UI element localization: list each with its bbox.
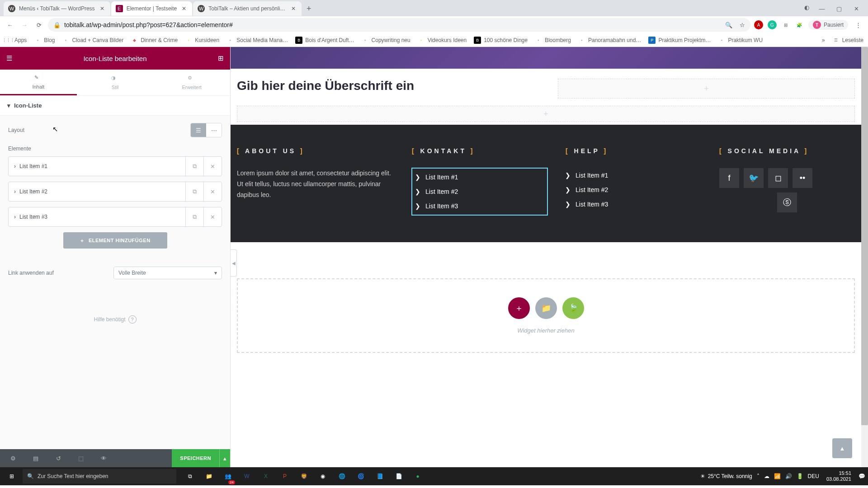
icon-list-item[interactable]: ❯List Item #2: [566, 183, 701, 197]
bookmark-item[interactable]: ▫Videokurs Ideen: [418, 37, 467, 44]
bookmarks-overflow[interactable]: »: [822, 37, 825, 43]
language-indicator[interactable]: DEU: [808, 473, 819, 479]
footer-about-text[interactable]: Lorem ipsum dolor sit amet, consectetur …: [237, 168, 394, 200]
spotify-icon[interactable]: ●: [409, 467, 427, 485]
duplicate-item-button[interactable]: ⧉: [185, 156, 203, 176]
reload-button[interactable]: ⟳: [33, 19, 44, 30]
add-section-button[interactable]: ＋: [508, 297, 530, 319]
url-field[interactable]: 🔒 tobitalk.at/wp-admin/post.php?post=627…: [48, 18, 750, 32]
list-item-header[interactable]: › List Item #1: [9, 163, 185, 169]
battery-icon[interactable]: 🔋: [797, 473, 803, 479]
close-icon[interactable]: ✕: [180, 5, 188, 12]
app-icon[interactable]: 📘: [371, 467, 389, 485]
link-apply-select[interactable]: Volle Breite ▾: [113, 267, 222, 279]
teams-icon[interactable]: 👥24: [219, 467, 237, 485]
add-widget-placeholder[interactable]: +: [558, 79, 855, 99]
widgets-grid-icon[interactable]: ⊞: [218, 54, 224, 62]
browser-tab[interactable]: W Menüs ‹ TobiTalk — WordPress ✕: [4, 1, 110, 16]
obs-icon[interactable]: ◉: [314, 467, 332, 485]
responsive-button[interactable]: ⬚: [70, 449, 92, 467]
bookmark-item[interactable]: ▫Copywriting neu: [362, 37, 410, 44]
tray-chevron-icon[interactable]: ˄: [757, 473, 760, 479]
file-explorer-icon[interactable]: 📁: [200, 467, 218, 485]
add-widget-placeholder[interactable]: +: [237, 106, 855, 122]
close-window-button[interactable]: ✕: [852, 4, 861, 13]
list-item-header[interactable]: › List Item #3: [9, 214, 185, 220]
bookmark-item[interactable]: ◆Dinner & Crime: [131, 37, 178, 44]
envato-templates-button[interactable]: 🍃: [562, 297, 584, 319]
heading-widget[interactable]: Gib hier deine Überschrift ein: [237, 79, 549, 93]
footer-heading[interactable]: [ HELP ]: [566, 147, 701, 155]
tab-advanced[interactable]: ⚙ Erweitert: [153, 70, 230, 95]
icon-list-item[interactable]: ❯List Item #3: [415, 199, 544, 213]
bookmark-item[interactable]: ▫Panoramabahn und…: [578, 37, 641, 44]
bookmark-item[interactable]: ▫Bloomberg: [535, 37, 571, 44]
minimize-button[interactable]: —: [817, 4, 826, 13]
add-template-button[interactable]: 📁: [535, 297, 557, 319]
menu-button[interactable]: ⋮: [853, 19, 863, 30]
tab-content[interactable]: ✎ Inhalt: [0, 70, 77, 95]
reading-list-button[interactable]: ☰Leseliste: [832, 37, 863, 44]
word-icon[interactable]: W: [238, 467, 256, 485]
bookmark-item[interactable]: B100 schöne Dinge: [474, 37, 528, 44]
new-tab-button[interactable]: +: [302, 2, 315, 15]
remove-item-button[interactable]: ✕: [203, 182, 222, 202]
section-icon-list[interactable]: ▾ Icon-Liste: [0, 96, 230, 116]
wifi-icon[interactable]: 📶: [774, 473, 781, 479]
close-icon[interactable]: ✕: [290, 5, 297, 12]
bookmark-item[interactable]: PPraktikum Projektm…: [648, 37, 711, 44]
remove-item-button[interactable]: ✕: [203, 156, 222, 176]
duplicate-item-button[interactable]: ⧉: [185, 207, 203, 227]
powerpoint-icon[interactable]: P: [276, 467, 294, 485]
maximize-button[interactable]: ▢: [835, 4, 844, 13]
bookmark-item[interactable]: ▫Social Media Mana…: [226, 37, 288, 44]
brave-icon[interactable]: 🦁: [295, 467, 313, 485]
remove-item-button[interactable]: ✕: [203, 207, 222, 227]
tab-style[interactable]: ◑ Stil: [77, 70, 154, 95]
bookmark-item[interactable]: ▫Blog: [34, 37, 55, 44]
onedrive-icon[interactable]: ☁: [764, 473, 769, 479]
browser-tab[interactable]: E Elementor | Testseite ✕: [111, 1, 193, 16]
adblock-icon[interactable]: A: [754, 20, 763, 29]
navigator-button[interactable]: ▤: [24, 449, 47, 467]
edge-icon[interactable]: 🌀: [352, 467, 370, 485]
preview-button[interactable]: 👁: [92, 449, 115, 467]
volume-icon[interactable]: 🔊: [785, 473, 792, 479]
add-item-button[interactable]: ＋ ELEMENT HINZUFÜGEN: [63, 232, 167, 249]
icon-list-item[interactable]: ❯List Item #2: [415, 184, 544, 199]
icon-list-item[interactable]: ❯List Item #1: [566, 168, 701, 183]
duplicate-item-button[interactable]: ⧉: [185, 182, 203, 202]
start-button[interactable]: ⊞: [3, 467, 21, 485]
close-icon[interactable]: ✕: [99, 5, 106, 12]
settings-button[interactable]: ⚙: [2, 449, 24, 467]
bookmark-item[interactable]: ▫Kursideen: [185, 37, 219, 44]
icon-list-item[interactable]: ❯List Item #1: [415, 170, 544, 184]
scroll-to-top-button[interactable]: ▲: [832, 438, 852, 458]
save-options-button[interactable]: ▴: [219, 449, 230, 467]
extensions-icon[interactable]: 🧩: [795, 20, 804, 29]
profile-paused[interactable]: T Pausiert: [808, 20, 848, 30]
layout-horizontal-button[interactable]: ⋯: [206, 123, 222, 137]
bookmark-apps[interactable]: ⋮⋮⋮Apps: [5, 37, 27, 44]
layout-vertical-button[interactable]: ☰: [191, 123, 206, 137]
forward-button[interactable]: →: [19, 19, 30, 30]
drop-zone[interactable]: ＋ 📁 🍃 Widget hierher ziehen: [237, 278, 855, 353]
grammarly-icon[interactable]: G: [768, 20, 777, 29]
notepad-icon[interactable]: 📄: [390, 467, 408, 485]
facebook-icon[interactable]: f: [719, 168, 739, 188]
icon-list-item[interactable]: ❯List Item #3: [566, 197, 701, 211]
zoom-icon[interactable]: 🔍: [725, 22, 732, 28]
bookmark-star-icon[interactable]: ☆: [740, 22, 745, 28]
list-item-header[interactable]: › List Item #2: [9, 188, 185, 195]
task-view-button[interactable]: ⧉: [181, 467, 199, 485]
footer-heading[interactable]: [ ABOUT US ]: [237, 147, 394, 155]
flickr-icon[interactable]: ••: [793, 168, 812, 188]
chrome-icon[interactable]: 🌐: [333, 467, 351, 485]
footer-heading[interactable]: [ SOCIAL MEDIA ]: [719, 147, 855, 155]
bookmark-item[interactable]: ▫Praktikum WU: [718, 37, 763, 44]
500px-icon[interactable]: ⓢ: [777, 192, 797, 212]
hero-section[interactable]: [231, 47, 861, 69]
clock[interactable]: 15:51 03.08.2021: [824, 470, 854, 482]
weather-widget[interactable]: ☀25°C Teilw. sonnig: [700, 473, 752, 479]
ext-icon[interactable]: ⊞: [781, 20, 790, 29]
